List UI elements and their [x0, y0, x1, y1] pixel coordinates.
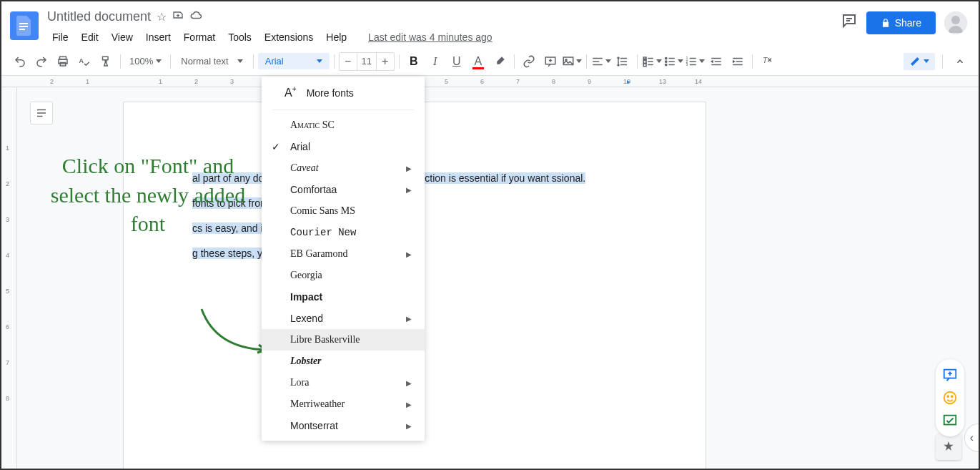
add-comment-icon[interactable]	[939, 363, 961, 386]
italic-button[interactable]: I	[425, 52, 445, 72]
menu-extensions[interactable]: Extensions	[259, 29, 318, 46]
font-item-label: Lobster	[290, 356, 322, 367]
submenu-arrow-icon: ▶	[406, 315, 412, 323]
zoom-dropdown[interactable]: 100%	[125, 53, 166, 69]
font-size-input[interactable]	[357, 53, 377, 70]
separator	[170, 54, 171, 69]
undo-button[interactable]	[10, 52, 30, 72]
font-item-label: Lora	[290, 377, 309, 388]
font-item-arial[interactable]: ✓Arial	[262, 136, 425, 157]
font-item-lexend[interactable]: Lexend▶	[262, 308, 425, 329]
more-fonts-label: More fonts	[307, 87, 354, 99]
font-item-lobster[interactable]: Lobster	[262, 351, 425, 372]
explore-button[interactable]	[936, 434, 961, 460]
text-color-button[interactable]: A	[468, 52, 488, 72]
doc-area: al part of any document, website, or a g…	[17, 87, 979, 470]
font-item-label: Libre Baskerville	[290, 334, 360, 346]
separator	[752, 54, 753, 69]
header: Untitled document ☆ File Edit View Inser…	[1, 1, 979, 47]
font-item-amatic-sc[interactable]: Amatic SC	[262, 114, 425, 136]
submenu-arrow-icon: ▶	[406, 422, 412, 430]
font-item-eb-garamond[interactable]: EB Garamond▶	[262, 243, 425, 265]
move-icon[interactable]	[172, 9, 184, 24]
svg-point-18	[665, 64, 666, 65]
numbered-list-button[interactable]: 123	[685, 52, 705, 72]
svg-point-4	[951, 16, 960, 24]
menu-insert[interactable]: Insert	[141, 29, 176, 46]
print-button[interactable]	[53, 52, 73, 72]
title-area: Untitled document ☆ File Edit View Inser…	[47, 7, 841, 46]
font-item-comfortaa[interactable]: Comfortaa▶	[262, 179, 425, 200]
emoji-icon[interactable]	[939, 386, 961, 409]
font-item-lora[interactable]: Lora▶	[262, 372, 425, 393]
add-font-icon: A+	[284, 87, 292, 99]
font-item-merriweather[interactable]: Merriweather▶	[262, 393, 425, 415]
align-button[interactable]	[591, 52, 611, 72]
font-item-label: Courier New	[290, 227, 356, 238]
highlight-button[interactable]	[490, 52, 510, 72]
share-button[interactable]: Share	[866, 11, 936, 34]
suggest-icon[interactable]	[939, 409, 961, 432]
font-item-libre-baskerville[interactable]: Libre Baskerville	[262, 329, 425, 351]
indent-button[interactable]	[728, 52, 748, 72]
font-item-georgia[interactable]: Georgia	[262, 265, 425, 286]
menu-format[interactable]: Format	[179, 29, 220, 46]
toolbar: A 100% Normal text Arial − + B I U A 123…	[1, 47, 979, 76]
clear-format-button[interactable]: T	[757, 52, 777, 72]
checklist-button[interactable]	[642, 52, 662, 72]
svg-rect-9	[103, 57, 109, 60]
spellcheck-button[interactable]: A	[74, 52, 94, 72]
last-edit[interactable]: Last edit was 4 minutes ago	[363, 29, 498, 46]
horizontal-ruler[interactable]: 21 123 567 8910 ▸ 1314	[1, 76, 979, 87]
vertical-ruler[interactable]: 123 456 78	[1, 87, 17, 470]
doc-title[interactable]: Untitled document	[47, 9, 151, 24]
svg-rect-2	[19, 29, 25, 30]
underline-button[interactable]: U	[447, 52, 467, 72]
side-tools	[936, 359, 964, 436]
font-dropdown[interactable]: Arial	[258, 53, 330, 69]
link-button[interactable]	[519, 52, 539, 72]
svg-text:A: A	[79, 57, 84, 64]
svg-rect-14	[643, 60, 646, 63]
font-size-decrease[interactable]: −	[340, 53, 357, 70]
styles-dropdown[interactable]: Normal text	[175, 53, 248, 69]
submenu-arrow-icon: ▶	[406, 401, 412, 408]
editing-mode-button[interactable]	[904, 53, 935, 70]
docs-logo[interactable]	[10, 11, 39, 40]
font-item-label: Arial	[290, 141, 310, 152]
menu-view[interactable]: View	[107, 29, 138, 46]
font-size-increase[interactable]: +	[377, 53, 394, 70]
svg-rect-0	[19, 23, 28, 24]
font-list[interactable]: Amatic SC✓ArialCaveat▶Comfortaa▶Comic Sa…	[262, 110, 425, 441]
svg-point-16	[665, 57, 666, 59]
separator	[334, 54, 335, 69]
avatar[interactable]	[944, 11, 967, 34]
font-item-caveat[interactable]: Caveat▶	[262, 157, 425, 179]
line-spacing-button[interactable]	[613, 52, 633, 72]
font-item-montserrat[interactable]: Montserrat▶	[262, 415, 425, 436]
menu-edit[interactable]: Edit	[76, 29, 104, 46]
font-item-impact[interactable]: Impact	[262, 286, 425, 308]
font-item-courier-new[interactable]: Courier New	[262, 222, 425, 243]
collapse-toolbar-button[interactable]	[950, 52, 970, 72]
outline-button[interactable]	[30, 102, 53, 124]
image-button[interactable]	[562, 52, 582, 72]
menu-bar: File Edit View Insert Format Tools Exten…	[47, 29, 841, 46]
cloud-icon[interactable]	[189, 9, 202, 24]
menu-file[interactable]: File	[47, 29, 74, 46]
separator	[942, 54, 943, 69]
outdent-button[interactable]	[706, 52, 726, 72]
bullet-list-button[interactable]	[663, 52, 683, 72]
comments-icon[interactable]	[841, 12, 858, 34]
separator	[586, 54, 587, 69]
comment-button[interactable]	[540, 52, 560, 72]
separator	[637, 54, 638, 69]
bold-button[interactable]: B	[404, 52, 424, 72]
menu-help[interactable]: Help	[321, 29, 352, 46]
more-fonts-item[interactable]: A+ More fonts	[272, 77, 415, 110]
font-item-comic-sans-ms[interactable]: Comic Sans MS	[262, 200, 425, 222]
paint-format-button[interactable]	[96, 52, 116, 72]
menu-tools[interactable]: Tools	[223, 29, 257, 46]
redo-button[interactable]	[31, 52, 51, 72]
star-icon[interactable]: ☆	[157, 10, 167, 24]
